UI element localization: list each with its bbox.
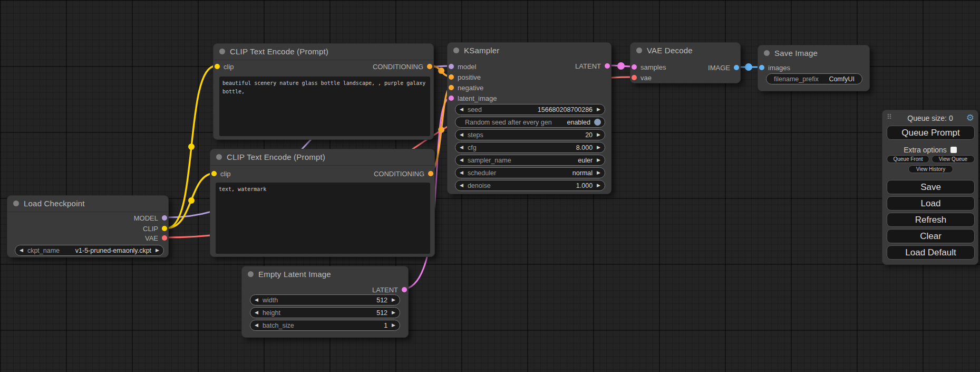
link-dot-cond-positive[interactable] xyxy=(438,68,444,74)
node-title-bar[interactable]: CLIP Text Encode (Prompt) xyxy=(214,44,433,60)
filename-prefix-widget[interactable]: filename_prefix ComfyUI xyxy=(766,73,862,84)
node-ksampler[interactable]: KSampler model positive negative latent_… xyxy=(447,42,612,194)
prev-arrow-icon[interactable]: ◀ xyxy=(15,248,27,253)
steps-widget[interactable]: ◀ steps 20 ▶ xyxy=(455,129,605,140)
negative-input-socket[interactable] xyxy=(449,85,454,90)
clip-input-socket[interactable] xyxy=(211,171,217,176)
sampler-name-widget[interactable]: ◀ sampler_name euler ▶ xyxy=(455,155,605,166)
cfg-widget[interactable]: ◀ cfg 8.000 ▶ xyxy=(455,142,605,153)
conditioning-output-socket[interactable] xyxy=(428,171,433,176)
queue-prompt-button[interactable]: Queue Prompt xyxy=(887,126,975,140)
input-positive[interactable]: positive xyxy=(449,74,481,80)
negative-prompt-textarea[interactable]: text, watermark xyxy=(216,183,430,254)
save-button[interactable]: Save xyxy=(887,180,975,194)
prev-arrow-icon[interactable]: ◀ xyxy=(250,298,263,302)
next-arrow-icon[interactable]: ▶ xyxy=(593,183,605,188)
node-title-bar[interactable]: Save Image xyxy=(758,45,869,61)
prev-arrow-icon[interactable]: ◀ xyxy=(250,310,263,315)
node-vae-decode[interactable]: VAE Decode samples vae IMAGE xyxy=(630,42,741,83)
next-arrow-icon[interactable]: ▶ xyxy=(593,132,605,137)
latent-output-socket[interactable] xyxy=(605,63,610,69)
ckpt-name-widget[interactable]: ◀ ckpt_name v1-5-pruned-emaonly.ckpt ▶ xyxy=(15,245,164,256)
node-title-bar[interactable]: Empty Latent Image xyxy=(242,266,408,282)
output-vae[interactable]: VAE xyxy=(145,235,167,241)
node-clip-text-encode-negative[interactable]: CLIP Text Encode (Prompt) clip CONDITION… xyxy=(210,149,435,257)
conditioning-output-socket[interactable] xyxy=(427,64,432,69)
collapse-dot-icon[interactable] xyxy=(764,50,770,56)
image-output-socket[interactable] xyxy=(734,65,739,70)
input-negative[interactable]: negative xyxy=(449,84,483,91)
clear-button[interactable]: Clear xyxy=(887,229,975,243)
link-dot-clip-negative[interactable] xyxy=(188,197,195,204)
next-arrow-icon[interactable]: ▶ xyxy=(387,298,400,302)
node-empty-latent-image[interactable]: Empty Latent Image LATENT ◀ width 512 ▶ … xyxy=(241,266,409,338)
latent-input-socket[interactable] xyxy=(449,96,454,101)
output-image[interactable]: IMAGE xyxy=(708,64,739,71)
prev-arrow-icon[interactable]: ◀ xyxy=(455,170,468,175)
link-dot-samples[interactable] xyxy=(617,62,625,70)
samples-input-socket[interactable] xyxy=(632,64,637,70)
input-images[interactable]: images xyxy=(759,64,790,71)
prev-arrow-icon[interactable]: ◀ xyxy=(250,323,263,328)
collapse-dot-icon[interactable] xyxy=(453,47,459,53)
next-arrow-icon[interactable]: ▶ xyxy=(387,310,400,315)
next-arrow-icon[interactable]: ▶ xyxy=(151,248,163,253)
height-widget[interactable]: ◀ height 512 ▶ xyxy=(250,307,400,318)
load-button[interactable]: Load xyxy=(887,196,975,211)
node-graph-canvas[interactable]: Load Checkpoint MODEL CLIP VAE ◀ ckpt_na… xyxy=(0,0,980,372)
prev-arrow-icon[interactable]: ◀ xyxy=(455,107,468,112)
images-input-socket[interactable] xyxy=(759,65,764,70)
collapse-dot-icon[interactable] xyxy=(636,47,642,53)
next-arrow-icon[interactable]: ▶ xyxy=(593,107,605,112)
queue-front-button[interactable]: Queue Front xyxy=(887,155,929,163)
input-samples[interactable]: samples xyxy=(632,64,666,70)
view-history-button[interactable]: View History xyxy=(908,165,953,173)
output-latent[interactable]: LATENT xyxy=(372,287,407,293)
next-arrow-icon[interactable]: ▶ xyxy=(593,158,605,163)
toggle-enabled-dot[interactable] xyxy=(594,119,601,126)
positive-prompt-textarea[interactable]: beautiful scenery nature glass bottle la… xyxy=(219,77,430,136)
vae-input-socket[interactable] xyxy=(632,75,637,80)
load-default-button[interactable]: Load Default xyxy=(887,245,975,260)
input-latent-image[interactable]: latent_image xyxy=(449,95,497,101)
collapse-dot-icon[interactable] xyxy=(248,271,254,277)
link-dot-clip-positive[interactable] xyxy=(188,144,195,150)
latent-output-socket[interactable] xyxy=(402,287,407,292)
batch-size-widget[interactable]: ◀ batch_size 1 ▶ xyxy=(250,320,400,331)
next-arrow-icon[interactable]: ▶ xyxy=(593,170,605,175)
input-clip[interactable]: clip xyxy=(211,170,231,177)
prev-arrow-icon[interactable]: ◀ xyxy=(455,132,468,137)
output-latent[interactable]: LATENT xyxy=(575,63,610,69)
prev-arrow-icon[interactable]: ◀ xyxy=(455,145,468,150)
collapse-dot-icon[interactable] xyxy=(13,201,19,206)
output-model[interactable]: MODEL xyxy=(134,215,167,221)
node-title-bar[interactable]: Load Checkpoint xyxy=(7,196,168,212)
settings-gear-icon[interactable]: ⚙ xyxy=(966,112,974,123)
link-dot-images[interactable] xyxy=(745,63,752,71)
scheduler-widget[interactable]: ◀ scheduler normal ▶ xyxy=(455,167,605,178)
input-clip[interactable]: clip xyxy=(215,63,234,70)
next-arrow-icon[interactable]: ▶ xyxy=(387,323,400,328)
collapse-dot-icon[interactable] xyxy=(216,154,222,160)
model-input-socket[interactable] xyxy=(449,64,454,69)
node-load-checkpoint[interactable]: Load Checkpoint MODEL CLIP VAE ◀ ckpt_na… xyxy=(7,195,169,257)
view-queue-button[interactable]: View Queue xyxy=(932,155,975,163)
collapse-dot-icon[interactable] xyxy=(219,49,225,54)
refresh-button[interactable]: Refresh xyxy=(887,213,975,227)
next-arrow-icon[interactable]: ▶ xyxy=(593,145,605,150)
prev-arrow-icon[interactable]: ◀ xyxy=(455,158,468,163)
output-conditioning[interactable]: CONDITIONING xyxy=(373,63,432,70)
seed-widget[interactable]: ◀ seed 156680208700286 ▶ xyxy=(455,104,605,115)
output-clip[interactable]: CLIP xyxy=(143,225,167,232)
input-vae[interactable]: vae xyxy=(632,74,652,81)
output-conditioning[interactable]: CONDITIONING xyxy=(374,170,433,177)
denoise-widget[interactable]: ◀ denoise 1.000 ▶ xyxy=(455,180,605,191)
node-title-bar[interactable]: CLIP Text Encode (Prompt) xyxy=(210,149,434,166)
prev-arrow-icon[interactable]: ◀ xyxy=(455,183,468,188)
node-title-bar[interactable]: KSampler xyxy=(448,43,611,59)
model-output-socket[interactable] xyxy=(162,215,167,221)
link-dot-cond-negative[interactable] xyxy=(438,127,444,133)
node-save-image[interactable]: Save Image images filename_prefix ComfyU… xyxy=(758,45,870,91)
extra-options-checkbox[interactable] xyxy=(950,147,957,153)
clip-input-socket[interactable] xyxy=(215,64,220,69)
